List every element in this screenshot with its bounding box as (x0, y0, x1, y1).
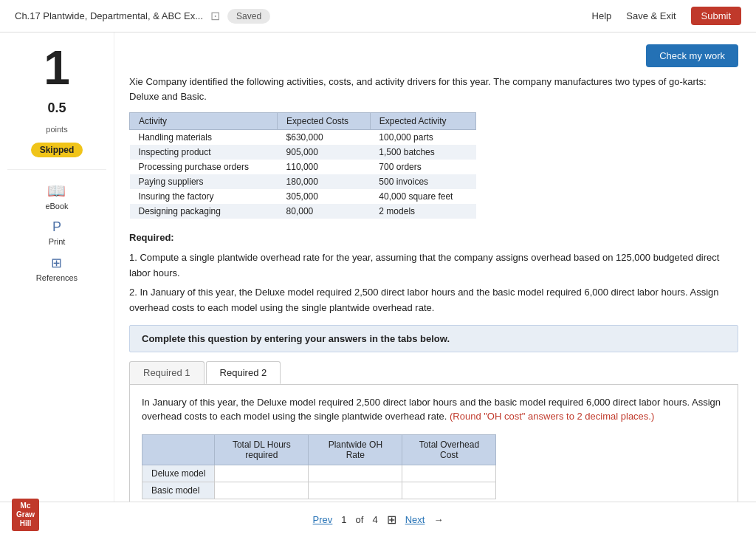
deluxe-oh-rate-input[interactable] (315, 468, 396, 479)
activity-cell: Insuring the factory (130, 189, 278, 204)
activity-value-cell: 100,000 parts (370, 130, 475, 146)
basic-dl-hours-input[interactable] (221, 485, 302, 496)
problem-intro: Xie Company identified the following act… (129, 75, 738, 103)
topbar: Ch.17 Plantwide, Departmental, & ABC Ex.… (0, 0, 756, 33)
save-exit-link[interactable]: Save & Exit (626, 10, 676, 21)
sidebar-item-print[interactable]: P Print (49, 219, 66, 246)
table-row: Insuring the factory 305,000 40,000 squa… (130, 189, 476, 204)
question-number: 1 (44, 44, 70, 92)
tab-instruction: In January of this year, the Deluxe mode… (142, 395, 726, 424)
print-label: Print (49, 237, 66, 246)
page-current: 1 (341, 514, 346, 525)
required-title: Required: (129, 230, 738, 246)
topbar-left: Ch.17 Plantwide, Departmental, & ABC Ex.… (15, 9, 270, 24)
activity-cell: Paying suppliers (130, 174, 278, 189)
topbar-title: Ch.17 Plantwide, Departmental, & ABC Ex.… (15, 10, 203, 21)
activity-value-cell: 500 invoices (370, 174, 475, 189)
check-my-work-button[interactable]: Check my work (646, 44, 738, 67)
required-1-text: 1. Compute a single plantwide overhead r… (129, 250, 738, 281)
references-label: References (36, 273, 78, 282)
activity-cell: Handling materials (130, 130, 278, 146)
tab-required-2[interactable]: Required 2 (206, 361, 281, 384)
sidebar-divider (7, 169, 106, 170)
points-value: 0.5 (47, 100, 66, 116)
answer-table: Total DL Hoursrequired Plantwide OHRate … (142, 434, 496, 499)
ebook-icon: 📖 (47, 182, 66, 199)
row-label-header (142, 434, 215, 465)
total-overhead-header: Total OverheadCost (402, 434, 496, 465)
submit-button[interactable]: Submit (691, 7, 741, 25)
help-link[interactable]: Help (592, 10, 612, 21)
table-row: Handling materials $630,000 100,000 part… (130, 130, 476, 146)
activity-value-cell: 2 models (370, 204, 475, 219)
activity-value-cell: 700 orders (370, 160, 475, 174)
next-arrow: → (433, 514, 443, 525)
basic-oh-rate-cell[interactable] (309, 482, 402, 499)
points-label: points (46, 125, 67, 134)
bottom-bar: McGrawHill Prev 1 of 4 ⊞ Next → (0, 502, 756, 537)
saved-badge: Saved (227, 9, 270, 24)
deluxe-total-cost-cell[interactable] (402, 465, 496, 482)
basic-dl-hours-cell[interactable] (215, 482, 309, 499)
ebook-label: eBook (45, 202, 68, 211)
cost-cell: 905,000 (278, 145, 371, 160)
table-row: Paying suppliers 180,000 500 invoices (130, 174, 476, 189)
dl-hours-header: Total DL Hoursrequired (215, 434, 309, 465)
expected-activity-col-header: Expected Activity (370, 113, 475, 130)
table-row: Designing packaging 80,000 2 models (130, 204, 476, 219)
deluxe-dl-hours-input[interactable] (221, 468, 302, 479)
activity-cell: Processing purchase orders (130, 160, 278, 174)
required-2-text: 2. In January of this year, the Deluxe m… (129, 285, 738, 316)
table-row: Inspecting product 905,000 1,500 batches (130, 145, 476, 160)
table-row: Basic model (142, 482, 496, 499)
expected-costs-col-header: Expected Costs (278, 113, 371, 130)
topbar-right: Help Save & Exit Submit (592, 7, 741, 25)
basic-total-cost-cell[interactable] (402, 482, 496, 499)
required-section: Required: 1. Compute a single plantwide … (129, 230, 738, 316)
skipped-badge: Skipped (31, 143, 83, 157)
complete-box-text: Complete this question by entering your … (142, 333, 450, 344)
basic-oh-rate-input[interactable] (315, 485, 396, 496)
deluxe-total-cost-input[interactable] (408, 468, 489, 479)
sidebar: 1 0.5 points Skipped 📖 eBook P Print ⊞ R… (0, 33, 114, 537)
cost-cell: 80,000 (278, 204, 371, 219)
deluxe-dl-hours-cell[interactable] (215, 465, 309, 482)
cost-cell: $630,000 (278, 130, 371, 146)
activity-value-cell: 1,500 batches (370, 145, 475, 160)
bottom-nav: Prev 1 of 4 ⊞ Next → (313, 513, 444, 527)
basic-total-cost-input[interactable] (408, 485, 489, 496)
activity-col-header: Activity (130, 113, 278, 130)
cost-cell: 110,000 (278, 160, 371, 174)
tab-required-1[interactable]: Required 1 (129, 361, 205, 384)
activity-cell: Designing packaging (130, 204, 278, 219)
bookmark-icon[interactable]: ⊡ (210, 9, 220, 23)
deluxe-oh-rate-cell[interactable] (309, 465, 402, 482)
page-of: of (356, 514, 364, 525)
content-area: Check my work Xie Company identified the… (114, 33, 756, 537)
instruction-note: (Round "OH cost" answers to 2 decimal pl… (450, 411, 654, 422)
basic-label: Basic model (142, 482, 215, 499)
activity-table: Activity Expected Costs Expected Activit… (129, 112, 476, 219)
sidebar-item-ebook[interactable]: 📖 eBook (45, 182, 68, 211)
activity-cell: Inspecting product (130, 145, 278, 160)
table-row: Deluxe model (142, 465, 496, 482)
page-total: 4 (372, 514, 377, 525)
deluxe-label: Deluxe model (142, 465, 215, 482)
cost-cell: 180,000 (278, 174, 371, 189)
oh-rate-header: Plantwide OHRate (309, 434, 402, 465)
tabs-row: Required 1 Required 2 (129, 361, 738, 385)
table-row: Processing purchase orders 110,000 700 o… (130, 160, 476, 174)
print-icon: P (52, 219, 61, 235)
next-link[interactable]: Next (405, 514, 425, 525)
references-icon: ⊞ (51, 255, 62, 271)
complete-box: Complete this question by entering your … (129, 325, 738, 352)
cost-cell: 305,000 (278, 189, 371, 204)
prev-link[interactable]: Prev (313, 514, 333, 525)
grid-icon[interactable]: ⊞ (387, 513, 396, 527)
activity-value-cell: 40,000 square feet (370, 189, 475, 204)
sidebar-item-references[interactable]: ⊞ References (36, 255, 78, 282)
main-layout: 1 0.5 points Skipped 📖 eBook P Print ⊞ R… (0, 33, 756, 537)
mcgraw-hill-logo: McGrawHill (12, 499, 39, 531)
